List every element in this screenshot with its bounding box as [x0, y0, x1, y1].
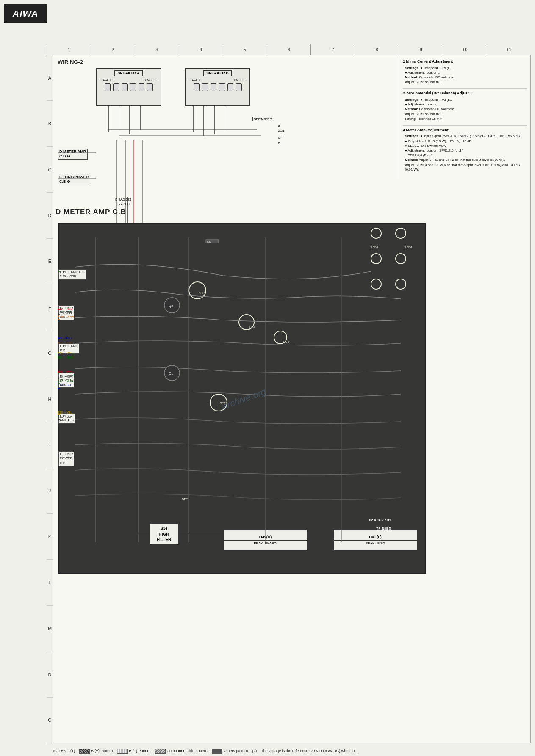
row-c: C	[47, 147, 53, 193]
tone-power-cb-bottom: F TONE/POWERC.B	[58, 451, 74, 466]
terminal-3	[122, 83, 128, 91]
row-l: L	[47, 560, 53, 605]
terminal-4	[130, 83, 136, 91]
col-9: 9	[399, 44, 443, 55]
note-1-label: (1)	[70, 748, 75, 754]
column-rulers: 1 2 3 4 5 6 7 8 9 10 11	[47, 44, 531, 55]
row-m: M	[47, 606, 53, 651]
speaker-b-label: SPEAKER B	[203, 70, 232, 76]
note-2: 2 Zero potential (DC Balance) Adjust... …	[403, 91, 527, 121]
sfr4-top: SFR4	[371, 245, 378, 248]
col-8: 8	[355, 44, 399, 55]
col-6: 6	[267, 44, 311, 55]
terminal-2	[113, 83, 119, 91]
b-plus-pattern-legend: B (+) Pattern	[79, 748, 113, 754]
off-pcb: OFF	[182, 498, 188, 501]
row-o: O	[47, 698, 53, 743]
row-d: D	[47, 193, 53, 238]
b-minus-pattern-legend: B (−) Pattern	[117, 748, 150, 754]
tone-power-cb-top: F TONE/POWERC.B ⊙	[58, 174, 90, 185]
others-pattern-legend: Others pattern	[212, 748, 248, 754]
terminal-8	[202, 83, 208, 91]
cb2-label: CB2	[283, 340, 289, 343]
pre-amp-cb-left-1: E PRE AMP C.BE 29 ←GRN	[58, 269, 86, 280]
note-2-title: 2 Zero potential (DC Balance) Adjust...	[403, 91, 527, 96]
terminal-5	[139, 83, 144, 91]
others-swatch	[212, 749, 222, 754]
terminal-12	[236, 83, 242, 91]
wiring-title: WIRING-2	[58, 59, 83, 65]
a-plus-b-label: A+B	[278, 130, 284, 133]
row-a: A	[47, 55, 53, 101]
others-pattern-label: Others pattern	[224, 748, 248, 754]
row-j: J	[47, 468, 53, 514]
chassis-earth: CHASSISEARTH	[115, 197, 132, 207]
b-minus-pattern-label: B (−) Pattern	[129, 748, 150, 754]
meter-amp-cb-top: D METER AMPC.B ⊙	[58, 149, 88, 160]
lm2r-title: LM2(R)	[258, 534, 273, 540]
col-2: 2	[91, 44, 135, 55]
row-i: I	[47, 422, 53, 468]
row-g: G	[47, 330, 53, 376]
b-label: B	[278, 141, 280, 145]
meter-amp-section-title: D METER AMP C.B	[55, 208, 126, 216]
note-4: 4 Meter Amp. Adjustment Settings: ● Inpu…	[403, 127, 527, 172]
pre-amp-cb-left-3: E PREAMP C.B	[58, 413, 75, 424]
row-labels: A B C D E F G H I J K L M N O	[47, 55, 53, 743]
high-filter-box: S14 HIGHFILTER	[149, 523, 179, 545]
note-1-title: 1 Idling Current Adjustment	[403, 59, 527, 64]
col-3: 3	[135, 44, 179, 55]
bottom-notes: NOTES (1) B (+) Pattern B (−) Pattern Co…	[53, 748, 531, 754]
terminal-7	[194, 83, 200, 91]
pcb-board: 82 478 607 01 TP-N88-5 SFR6 SFR5 SFR4 SF…	[58, 223, 426, 574]
sfr6-label: SFR6	[199, 292, 206, 295]
notes-label: NOTES	[53, 748, 66, 754]
row-f: F	[47, 284, 53, 330]
component-swatch	[155, 749, 166, 754]
col-7: 7	[310, 44, 355, 55]
speaker-b-block: SPEAKER B + LEFT− −RIGHT +	[185, 68, 250, 106]
note-2-text: The voltage is the reference (20 K ohms/…	[261, 748, 358, 754]
terminal-1	[105, 83, 111, 91]
lm2r-subtitle: PEAK:dB/W8Ω	[224, 540, 307, 546]
terminal-11	[227, 83, 233, 91]
speaker-a-block: SPEAKER A + LEFT− −RIGHT +	[96, 68, 161, 106]
note-4-title: 4 Meter Amp. Adjustment	[403, 127, 527, 133]
diagram-area: archive.org WIRING-2 1 Idling Current Ad…	[53, 55, 531, 743]
row-b: B	[47, 101, 53, 146]
b-plus-swatch	[79, 749, 90, 754]
sfr5-label: SFR5	[220, 402, 227, 405]
component-pattern-label: Component side pattern	[167, 748, 208, 754]
col-5: 5	[223, 44, 267, 55]
lmil-title: LMi (L)	[368, 534, 383, 540]
page: AIWA 1 2 3 4 5 6 7 8 9 10 11 A B C D E F…	[0, 0, 535, 756]
row-k: K	[47, 514, 53, 560]
sfr2-top: SFR2	[405, 245, 412, 248]
brand-logo: AIWA	[4, 4, 47, 23]
terminal-6	[147, 83, 153, 91]
header: AIWA	[4, 4, 531, 42]
component-pattern-legend: Component side pattern	[155, 748, 208, 754]
si4-label: S14	[161, 526, 167, 531]
lmil-box: LMi (L) PEAK:dB/8Ω	[333, 530, 418, 551]
col-4: 4	[179, 44, 223, 55]
terminal-10	[219, 83, 225, 91]
col-1: 1	[47, 44, 91, 55]
lmil-subtitle: PEAK:dB/8Ω	[334, 540, 417, 546]
off-label: OFF	[278, 136, 285, 140]
b-minus-swatch	[117, 749, 128, 754]
col-10: 10	[443, 44, 487, 55]
row-e: E	[47, 239, 53, 284]
col-11: 11	[487, 44, 531, 55]
high-filter-label: HIGHFILTER	[157, 532, 171, 542]
notes-panel: 1 Idling Current Adjustment Settings: ● …	[399, 55, 530, 179]
note-2-label: (2)	[252, 748, 257, 754]
speaker-a-label: SPEAKER A	[114, 70, 142, 76]
terminal-9	[211, 83, 216, 91]
speakers-connector: SPEAKERS	[252, 117, 273, 121]
pcb-number: 82 478 607 01	[369, 518, 391, 522]
lm2r-box: LM2(R) PEAK:dB/W8Ω	[223, 530, 308, 551]
row-h: H	[47, 376, 53, 422]
note-1: 1 Idling Current Adjustment Settings: ● …	[403, 59, 527, 84]
a-label: A	[278, 124, 280, 128]
